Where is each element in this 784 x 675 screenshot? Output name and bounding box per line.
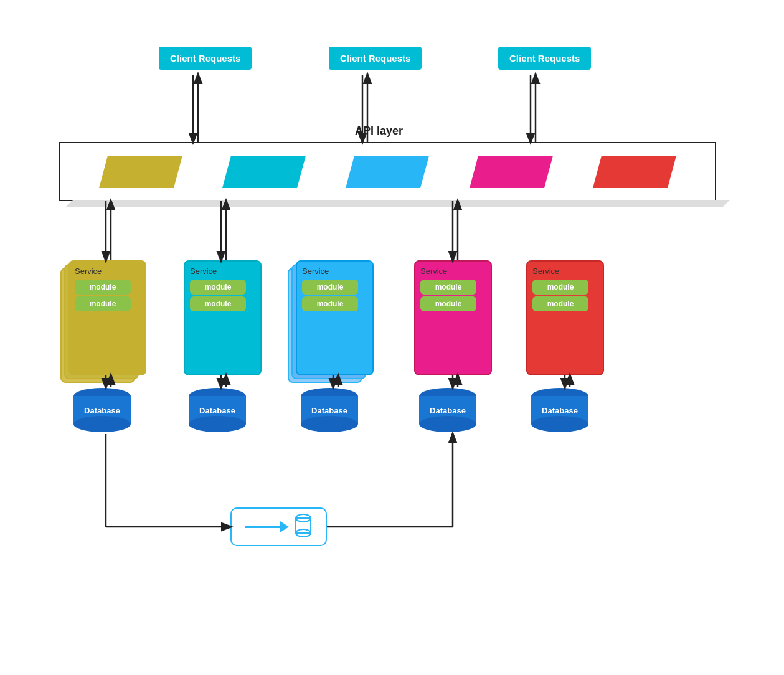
module-3b: module xyxy=(302,296,358,311)
api-layer xyxy=(59,142,716,201)
database-3: Database xyxy=(297,387,362,437)
module-5b: module xyxy=(532,296,588,311)
module-1a: module xyxy=(75,280,131,295)
api-layer-label: API layer xyxy=(355,125,403,138)
module-5a: module xyxy=(532,280,588,295)
arrow-head xyxy=(280,521,289,532)
database-4: Database xyxy=(415,387,481,437)
service-label-3: Service xyxy=(302,267,367,276)
svg-text:Database: Database xyxy=(311,406,347,415)
svg-text:Database: Database xyxy=(199,406,235,415)
client-request-3: Client Requests xyxy=(498,47,591,70)
svg-point-6 xyxy=(189,416,246,432)
service-label-4: Service xyxy=(420,267,486,276)
service-label-2: Service xyxy=(190,267,255,276)
api-shape-2 xyxy=(222,156,306,188)
service-label-5: Service xyxy=(532,267,598,276)
svg-text:Database: Database xyxy=(542,406,578,415)
svg-text:Database: Database xyxy=(430,406,466,415)
service-label-1: Service xyxy=(75,267,140,276)
client-request-1: Client Requests xyxy=(159,47,252,70)
module-1b: module xyxy=(75,296,131,311)
svg-point-18 xyxy=(531,416,588,432)
service-card-2: Service module module xyxy=(184,260,262,375)
api-shape-5 xyxy=(593,156,676,188)
api-shape-1 xyxy=(99,156,182,188)
diagram-container: Client Requests Client Requests Client R… xyxy=(0,0,784,675)
module-2a: module xyxy=(190,280,246,295)
service-card-1: Service module module xyxy=(68,260,146,375)
database-1: Database xyxy=(70,387,135,437)
api-shape-3 xyxy=(346,156,430,188)
module-3a: module xyxy=(302,280,358,295)
service-card-3: Service module module xyxy=(296,260,374,375)
module-4b: module xyxy=(420,296,476,311)
service-card-4: Service module module xyxy=(414,260,492,375)
svg-text:Database: Database xyxy=(84,406,120,415)
svg-point-2 xyxy=(73,416,131,432)
api-shape-4 xyxy=(470,156,553,188)
bus-cylinder xyxy=(294,513,313,540)
message-bus xyxy=(230,507,327,546)
svg-point-14 xyxy=(419,416,476,432)
client-request-2: Client Requests xyxy=(329,47,422,70)
service-card-5: Service module module xyxy=(526,260,604,375)
module-2b: module xyxy=(190,296,246,311)
module-4a: module xyxy=(420,280,476,295)
database-2: Database xyxy=(185,387,250,437)
arrow-line xyxy=(245,526,280,528)
svg-point-10 xyxy=(301,416,358,432)
database-5: Database xyxy=(527,387,593,437)
message-arrow xyxy=(245,520,289,534)
